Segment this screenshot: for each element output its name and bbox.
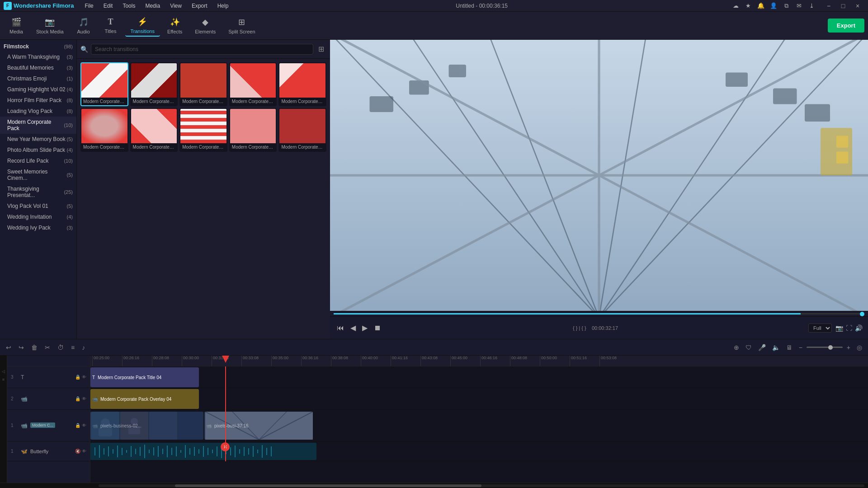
zoom-slider[interactable] <box>807 347 843 348</box>
sidebar-item-4[interactable]: Horror Film Filter Pack(8) <box>0 95 76 106</box>
settings-button[interactable]: ≡ <box>69 343 77 352</box>
music-button[interactable]: ♪ <box>80 343 87 352</box>
sidebar-item-8[interactable]: Photo Album Slide Pack(4) <box>0 145 76 155</box>
transition-card-8[interactable]: Modern Corporate Pac... <box>229 108 277 152</box>
progress-bar[interactable] <box>334 313 864 314</box>
sidebar-item-3[interactable]: Gaming Highlight Vol 02(4) <box>0 84 76 95</box>
zoom-out-button[interactable]: − <box>797 343 805 352</box>
track-1a-mute[interactable]: 🔇 <box>75 449 80 454</box>
tool-media[interactable]: 🎬 Media <box>4 15 29 36</box>
playhead-head <box>222 356 229 364</box>
search-input[interactable] <box>91 44 313 55</box>
sidebar-item-2[interactable]: Christmas Emoji(1) <box>0 73 76 84</box>
target-icon[interactable]: ◎ <box>854 343 864 352</box>
tool-effects[interactable]: ✨ Effects <box>162 15 188 36</box>
tracks-body: ✕ T Modern Corporate Pack Title 04 📹 Mod… <box>90 366 868 461</box>
transition-card-1[interactable]: Modern Corporate Pac... <box>130 62 178 106</box>
clip-video-1[interactable]: 📹 pixels-business-02... <box>90 412 203 440</box>
left-panel-icon2[interactable]: ≡ <box>1 376 5 383</box>
transition-card-2[interactable]: Modern Corporate Pac... <box>179 62 227 106</box>
bell-icon[interactable]: 🔔 <box>756 1 766 11</box>
play-button[interactable]: ▶ <box>361 322 369 333</box>
download-icon[interactable]: ⤓ <box>807 1 816 11</box>
sidebar-item-5[interactable]: Loading Vlog Pack(8) <box>0 106 76 117</box>
scissors-button[interactable]: ✂ <box>42 343 52 352</box>
minimize-button[interactable]: − <box>822 1 835 10</box>
quality-select[interactable]: Full <box>808 324 832 333</box>
menu-view[interactable]: View <box>165 2 186 10</box>
snap-icon[interactable]: ⊕ <box>731 343 741 352</box>
undo-button[interactable]: ↩ <box>4 343 14 352</box>
clip-audio-butterfly[interactable] <box>90 443 316 460</box>
maximize-button[interactable]: □ <box>836 1 850 10</box>
transition-card-7[interactable]: Modern Corporate Pac... <box>179 108 227 152</box>
menu-export[interactable]: Export <box>187 2 212 10</box>
monitor-icon[interactable]: 🖥 <box>784 343 795 352</box>
menu-tools[interactable]: Tools <box>118 2 140 10</box>
menu-edit[interactable]: Edit <box>99 2 118 10</box>
left-panel-toggle[interactable]: ◁ <box>1 368 6 375</box>
transition-card-3[interactable]: Modern Corporate Pac... <box>229 62 277 106</box>
track-1v-eye[interactable]: 👁 <box>82 423 86 428</box>
timeline-scrollbar-thumb[interactable] <box>175 484 481 487</box>
sidebar-item-7[interactable]: New Year Memory Book(5) <box>0 134 76 145</box>
step-back-button[interactable]: ⏮ <box>335 323 345 333</box>
track-2-lock[interactable]: 🔒 <box>75 396 80 401</box>
sidebar-item-10[interactable]: Sweet Memories Cinem...(5) <box>0 166 76 183</box>
speaker-icon[interactable]: 🔈 <box>770 343 782 352</box>
progress-thumb[interactable] <box>860 312 864 316</box>
user-icon[interactable]: 👤 <box>769 1 778 11</box>
sidebar-item-14[interactable]: Wedding Ivy Pack(3) <box>0 222 76 233</box>
delete-button[interactable]: 🗑 <box>29 343 40 352</box>
timer-button[interactable]: ⏱ <box>55 343 66 352</box>
menu-help[interactable]: Help <box>213 2 233 10</box>
tool-transitions[interactable]: ⚡ Transitions <box>125 15 160 37</box>
frame-back-button[interactable]: ◀ <box>349 322 357 333</box>
track-3-lock[interactable]: 🔒 <box>75 375 80 380</box>
copy-icon[interactable]: ⧉ <box>781 1 791 11</box>
redo-button[interactable]: ↪ <box>16 343 26 352</box>
tool-split-screen[interactable]: ⊞ Split Screen <box>223 15 260 36</box>
grid-toggle-button[interactable]: ⊞ <box>316 43 326 55</box>
shield-icon[interactable]: 🛡 <box>743 343 754 352</box>
transition-marker[interactable]: ✕ <box>221 442 230 451</box>
cloud-icon[interactable]: ☁ <box>731 1 741 11</box>
volume-icon[interactable]: 🔊 <box>855 324 863 332</box>
screenshot-icon[interactable]: 📷 <box>835 324 843 332</box>
sidebar-item-6[interactable]: Modern Corporate Pack(10) <box>0 117 76 134</box>
clip-overlay-04[interactable]: 📹 Modern Corporate Pack Overlay 04 <box>90 389 199 409</box>
star-icon[interactable]: ★ <box>743 1 753 11</box>
clip-video-2[interactable]: 📹 pixels-busi-37:16 <box>204 412 313 440</box>
sidebar-item-12[interactable]: Vlog Pack Vol 01(5) <box>0 201 76 211</box>
timeline-scrollbar-track[interactable] <box>99 484 864 487</box>
transition-card-5[interactable]: Modern Corporate Pac... <box>80 108 128 152</box>
menu-media[interactable]: Media <box>141 2 165 10</box>
close-button[interactable]: × <box>851 1 864 10</box>
timeline-tracks[interactable]: 00:25:0000:26:1600:28:0800:30:0000:31:16… <box>90 356 868 483</box>
track-3-eye[interactable]: 👁 <box>82 375 86 380</box>
tool-stock-media[interactable]: 📷 Stock Media <box>31 15 69 36</box>
track-1a-eye[interactable]: 👁 <box>82 449 86 454</box>
stop-button[interactable]: ⏹ <box>373 323 382 333</box>
menu-file[interactable]: File <box>80 2 98 10</box>
tool-audio[interactable]: 🎵 Audio <box>71 15 96 36</box>
mail-icon[interactable]: ✉ <box>794 1 804 11</box>
transition-card-0[interactable]: Modern Corporate Pac... <box>80 62 128 106</box>
mic-icon[interactable]: 🎤 <box>756 343 768 352</box>
zoom-in-button[interactable]: + <box>844 343 853 352</box>
track-1v-lock[interactable]: 🔒 <box>75 423 80 428</box>
sidebar-item-11[interactable]: Thanksgiving Presentat...(25) <box>0 183 76 201</box>
sidebar-item-0[interactable]: A Warm Thanksgiving(3) <box>0 52 76 62</box>
export-button[interactable]: Export <box>828 19 864 33</box>
tool-elements[interactable]: ◆ Elements <box>189 15 221 36</box>
tool-titles[interactable]: T Titles <box>98 15 123 36</box>
transition-card-6[interactable]: Modern Corporate Pac... <box>130 108 178 152</box>
sidebar-item-9[interactable]: Record Life Pack(10) <box>0 155 76 166</box>
transition-card-4[interactable]: Modern Corporate Pac... <box>278 62 326 106</box>
transition-card-9[interactable]: Modern Corporate Pac... <box>278 108 326 152</box>
track-2-eye[interactable]: 👁 <box>82 396 86 401</box>
fullscreen-icon[interactable]: ⛶ <box>846 324 852 332</box>
sidebar-item-1[interactable]: Beautiful Memories(3) <box>0 62 76 73</box>
clip-title-04[interactable]: T Modern Corporate Pack Title 04 <box>90 367 199 387</box>
sidebar-item-13[interactable]: Wedding Invitation(4) <box>0 211 76 222</box>
